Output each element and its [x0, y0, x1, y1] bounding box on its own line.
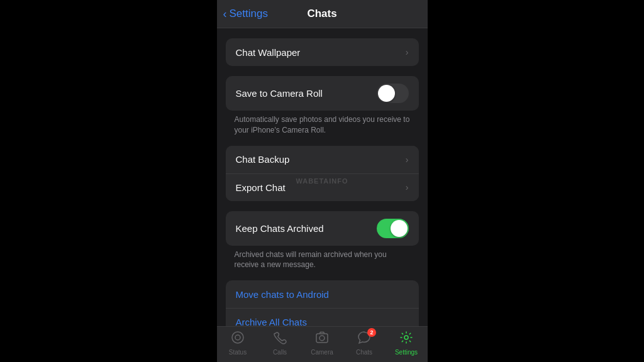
- archive-all-item[interactable]: Archive All Chats: [226, 308, 419, 326]
- tab-bar: Status Calls Camera: [217, 326, 428, 362]
- save-camera-roll-label: Save to Camera Roll: [236, 88, 323, 99]
- chats-icon: 2: [357, 331, 371, 348]
- chevron-right-icon-2: ›: [406, 155, 409, 165]
- phone-screen: ‹ Settings Chats Chat Wallpaper › Save t…: [217, 0, 428, 362]
- chats-tab-label: Chats: [356, 349, 372, 356]
- tab-status[interactable]: Status: [217, 331, 259, 356]
- section-camera-roll: Save to Camera Roll Automatically save p…: [217, 76, 428, 136]
- archived-description: Archived chats will remain archived when…: [235, 250, 410, 271]
- section-archived: Keep Chats Archived Archived chats will …: [217, 211, 428, 271]
- chats-badge: 2: [367, 328, 376, 337]
- keep-chats-archived-toggle[interactable]: [377, 219, 409, 238]
- status-icon: [231, 331, 245, 348]
- chat-backup-item[interactable]: Chat Backup ›: [226, 146, 419, 173]
- camera-roll-description: Automatically save photos and videos you…: [235, 114, 410, 136]
- chevron-right-icon: ›: [406, 47, 409, 57]
- chat-backup-label: Chat Backup: [236, 154, 290, 165]
- header: ‹ Settings Chats: [217, 0, 428, 28]
- tab-camera[interactable]: Camera: [301, 331, 343, 356]
- svg-point-4: [404, 336, 408, 339]
- settings-content: Chat Wallpaper › Save to Camera Roll Aut…: [217, 28, 428, 326]
- export-chat-item[interactable]: Export Chat ›: [226, 173, 419, 201]
- calls-tab-label: Calls: [273, 349, 287, 356]
- back-chevron-icon: ‹: [223, 8, 227, 21]
- tab-calls[interactable]: Calls: [259, 331, 301, 356]
- settings-icon: [399, 331, 413, 348]
- tab-chats[interactable]: 2 Chats: [343, 331, 386, 356]
- chat-wallpaper-label: Chat Wallpaper: [236, 47, 301, 58]
- settings-tab-label: Settings: [395, 349, 418, 356]
- move-to-android-label: Move chats to Android: [236, 289, 329, 300]
- chat-wallpaper-item[interactable]: Chat Wallpaper ›: [226, 38, 419, 66]
- page-title: Chats: [307, 8, 336, 20]
- archived-list: Keep Chats Archived: [226, 211, 419, 246]
- camera-icon: [315, 331, 329, 348]
- actions-section: Move chats to Android Archive All Chats …: [226, 280, 419, 326]
- toggle-knob: [378, 85, 395, 102]
- back-button[interactable]: ‹ Settings: [223, 8, 268, 21]
- save-camera-roll-toggle[interactable]: [377, 84, 409, 103]
- camera-roll-list: Save to Camera Roll: [226, 76, 419, 111]
- tab-settings[interactable]: Settings: [386, 331, 428, 356]
- section-backup: Chat Backup › Export Chat ›: [217, 146, 428, 201]
- svg-point-1: [235, 335, 240, 340]
- calls-icon: [273, 331, 287, 348]
- archive-all-label: Archive All Chats: [236, 317, 307, 326]
- export-chat-label: Export Chat: [236, 182, 286, 193]
- wallpaper-list: Chat Wallpaper ›: [226, 38, 419, 66]
- keep-chats-archived-label: Keep Chats Archived: [236, 223, 324, 234]
- save-camera-roll-item[interactable]: Save to Camera Roll: [226, 76, 419, 111]
- move-to-android-item[interactable]: Move chats to Android: [226, 280, 419, 308]
- camera-tab-label: Camera: [311, 349, 333, 356]
- backup-list: Chat Backup › Export Chat ›: [226, 146, 419, 201]
- toggle-knob-2: [391, 220, 408, 237]
- svg-point-3: [319, 336, 325, 341]
- status-tab-label: Status: [229, 349, 247, 356]
- back-label: Settings: [230, 8, 268, 20]
- keep-chats-archived-item[interactable]: Keep Chats Archived: [226, 211, 419, 246]
- svg-rect-2: [316, 334, 328, 343]
- section-wallpaper: Chat Wallpaper ›: [217, 38, 428, 66]
- chevron-right-icon-3: ›: [406, 182, 409, 192]
- svg-point-0: [232, 332, 243, 343]
